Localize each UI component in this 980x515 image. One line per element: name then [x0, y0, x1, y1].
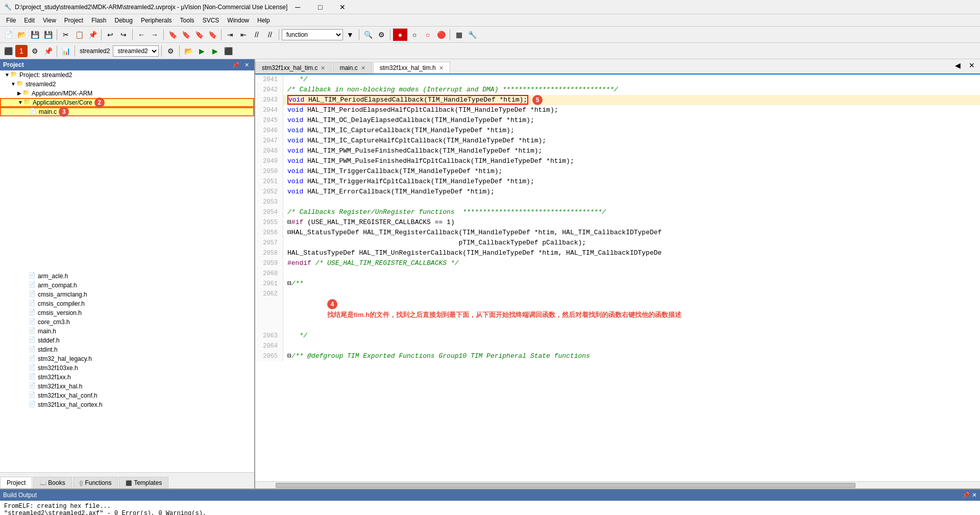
- tb2-btn2[interactable]: 1: [15, 45, 28, 57]
- file-cmsis-version[interactable]: 📄 cmsis_version.h: [0, 308, 254, 317]
- close-button[interactable]: ✕: [332, 1, 353, 13]
- menubar-item-file[interactable]: File: [2, 16, 20, 25]
- open-button[interactable]: 📂: [15, 29, 28, 41]
- menubar-item-view[interactable]: View: [39, 16, 60, 25]
- menubar-item-help[interactable]: Help: [253, 16, 274, 25]
- tab-templates[interactable]: ⬛ Templates: [119, 477, 168, 488]
- copy-button[interactable]: 📋: [73, 29, 85, 41]
- menubar-item-window[interactable]: Window: [223, 16, 253, 25]
- group-expand-icon[interactable]: ▼: [10, 81, 16, 87]
- project-tree[interactable]: ▼ 📁 Project: streamled2 ▼ 📁 streamled2 ▶…: [0, 70, 254, 272]
- menubar-item-tools[interactable]: Tools: [176, 16, 199, 25]
- file-core-cm3[interactable]: 📄 core_cm3.h: [0, 317, 254, 327]
- core-expand-icon[interactable]: ▼: [17, 100, 23, 106]
- code-tab-1[interactable]: stm32f1xx_hal_tim.c ✕: [255, 62, 332, 73]
- undo-button[interactable]: ↩: [104, 29, 116, 41]
- code-tab-2[interactable]: main.c ✕: [333, 62, 372, 73]
- debug-button2[interactable]: 🔴: [435, 29, 447, 41]
- bookmark2-button[interactable]: 🔖: [180, 29, 192, 41]
- file-stm32f1xx-hal-cortex[interactable]: 📄 stm32f1xx_hal_cortex.h: [0, 400, 254, 409]
- menubar-item-flash[interactable]: Flash: [87, 16, 110, 25]
- paste-button[interactable]: 📌: [86, 29, 99, 41]
- file-arm-compat[interactable]: 📄 arm_compat.h: [0, 281, 254, 290]
- bookmark3-button[interactable]: 🔖: [193, 29, 205, 41]
- mdk-expand-icon[interactable]: ▶: [16, 90, 22, 96]
- maximize-button[interactable]: □: [310, 1, 330, 13]
- tree-mdk-label: Application/MDK-ARM: [32, 90, 92, 97]
- redo-button[interactable]: ↪: [117, 29, 130, 41]
- tab-scroll-left[interactable]: ◀: [951, 59, 964, 71]
- code-line-2061: 2061 ⊟/**: [255, 279, 980, 289]
- tab-functions[interactable]: {} Functions: [73, 477, 118, 488]
- tree-folder-mdk[interactable]: ▶ 📁 Application/MDK-ARM: [0, 89, 254, 98]
- bookmark4-button[interactable]: 🔖: [206, 29, 218, 41]
- horizontal-scrollbar[interactable]: [255, 481, 980, 488]
- dropdown-arrow[interactable]: ▼: [344, 29, 356, 41]
- menubar-item-debug[interactable]: Debug: [111, 16, 137, 25]
- settings-button[interactable]: ⚙: [375, 29, 387, 41]
- tb2-btn5[interactable]: 📊: [60, 45, 72, 57]
- tree-group-streamled2[interactable]: ▼ 📁 streamled2: [0, 80, 254, 89]
- project-pin-button[interactable]: 📌: [230, 61, 241, 69]
- root-expand-icon[interactable]: ▼: [4, 72, 10, 78]
- code-editor[interactable]: 2041 */ 2042 /* Callback in non-blocking…: [255, 75, 980, 481]
- file-arm-acle[interactable]: 📄 arm_acle.h: [0, 272, 254, 281]
- run-stop-button[interactable]: ○: [408, 29, 421, 41]
- file-stm32f1xx[interactable]: 📄 stm32f1xx.h: [0, 373, 254, 382]
- menubar-item-peripherals[interactable]: Peripherals: [137, 16, 176, 25]
- function-dropdown[interactable]: function: [282, 29, 343, 40]
- uncomment-button[interactable]: //: [264, 29, 276, 41]
- unindent-button[interactable]: ⇤: [237, 29, 250, 41]
- options-button[interactable]: 🔧: [466, 29, 478, 41]
- nav-fwd-button[interactable]: →: [149, 29, 161, 41]
- debug-button[interactable]: ○: [422, 29, 434, 41]
- cut-button[interactable]: ✂: [60, 29, 72, 41]
- scrollbar-thumb[interactable]: [276, 483, 855, 488]
- code-tab3-close[interactable]: ✕: [439, 65, 444, 71]
- file-stm32f1xx-hal-conf[interactable]: 📄 stm32f1xx_hal_conf.h: [0, 391, 254, 400]
- file-stm32f1xx-hal[interactable]: 📄 stm32f1xx_hal.h: [0, 382, 254, 391]
- file-main-h[interactable]: 📄 main.h: [0, 327, 254, 336]
- nav-back-button[interactable]: ←: [135, 29, 148, 41]
- menubar-item-project[interactable]: Project: [60, 16, 87, 25]
- menubar-item-svcs[interactable]: SVCS: [199, 16, 224, 25]
- code-tab-3[interactable]: stm32f1xx_hal_tim.h ✕: [373, 62, 450, 75]
- file-stdint[interactable]: 📄 stdint.h: [0, 345, 254, 354]
- build-target-button[interactable]: ●: [393, 29, 407, 41]
- comment-button[interactable]: //: [251, 29, 263, 41]
- file-cmsis-armclang[interactable]: 📄 cmsis_armclang.h: [0, 290, 254, 299]
- target-dropdown[interactable]: streamled2: [113, 45, 159, 57]
- tb2-btn8[interactable]: ▶: [195, 45, 208, 57]
- save-button[interactable]: 💾: [29, 29, 41, 41]
- project-close-button[interactable]: ✕: [242, 61, 251, 69]
- minimize-button[interactable]: ─: [287, 1, 308, 13]
- tb2-btn10[interactable]: ⬛: [222, 45, 234, 57]
- file-stddef[interactable]: 📄 stddef.h: [0, 336, 254, 345]
- file-stm32-hal-legacy[interactable]: 📄 stm32_hal_legacy.h: [0, 354, 254, 363]
- tb2-btn1[interactable]: ⬛: [2, 45, 14, 57]
- tree-folder-core[interactable]: ▼ 📁 Application/User/Core 2: [0, 98, 254, 107]
- tb2-btn6[interactable]: ⚙: [164, 45, 177, 57]
- menubar-item-edit[interactable]: Edit: [20, 16, 39, 25]
- tab-close-all[interactable]: ✕: [966, 59, 978, 71]
- tb2-btn7[interactable]: 📂: [182, 45, 194, 57]
- tree-root[interactable]: ▼ 📁 Project: streamled2: [0, 70, 254, 80]
- file-stm32f103xe[interactable]: 📄 stm32f103xe.h: [0, 363, 254, 373]
- code-tab2-close[interactable]: ✕: [361, 65, 365, 71]
- tb2-btn3[interactable]: ⚙: [29, 45, 41, 57]
- new-file-button[interactable]: 📄: [2, 29, 14, 41]
- indent-button[interactable]: ⇥: [224, 29, 236, 41]
- bookmark-button[interactable]: 🔖: [166, 29, 179, 41]
- tb2-btn9[interactable]: ▶: [209, 45, 221, 57]
- tab-project[interactable]: Project: [0, 477, 32, 488]
- tab-books[interactable]: 📖 Books: [33, 477, 71, 488]
- search-button[interactable]: 🔍: [362, 29, 374, 41]
- code-tab1-close[interactable]: ✕: [321, 65, 325, 71]
- file-cmsis-compiler[interactable]: 📄 cmsis_compiler.h: [0, 299, 254, 308]
- tree-file-main[interactable]: 📄 main.c 3: [0, 107, 254, 116]
- build-close-button[interactable]: ✕: [972, 492, 977, 499]
- tb2-btn4[interactable]: 📌: [42, 45, 54, 57]
- build-pin-button[interactable]: 📌: [962, 492, 970, 499]
- save-all-button[interactable]: 💾: [42, 29, 54, 41]
- grid-button[interactable]: ▦: [453, 29, 465, 41]
